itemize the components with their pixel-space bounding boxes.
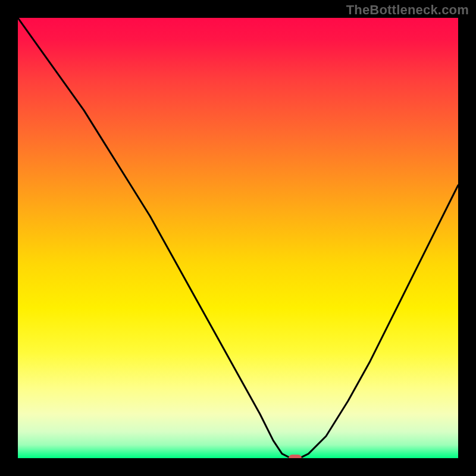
attribution-text: TheBottleneck.com — [346, 2, 469, 18]
plot-area — [18, 18, 458, 458]
optimal-point-marker — [289, 455, 302, 458]
curve-path — [18, 18, 458, 458]
chart-frame: TheBottleneck.com — [0, 0, 476, 476]
bottleneck-curve — [18, 18, 458, 458]
